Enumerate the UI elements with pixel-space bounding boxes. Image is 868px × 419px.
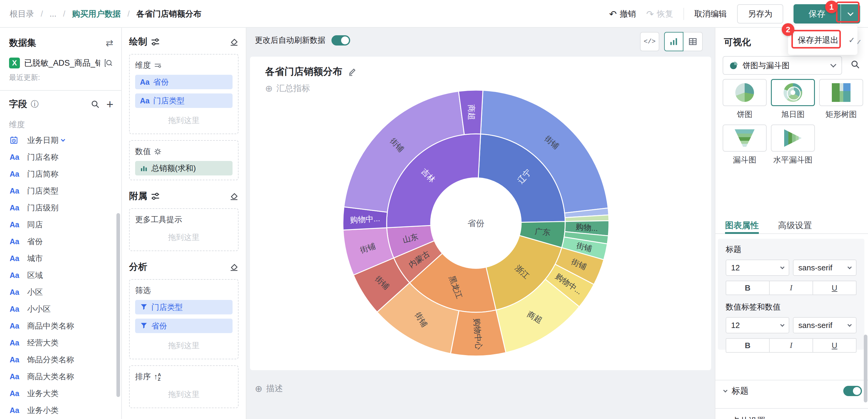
title-collapse-row[interactable]: 标题 bbox=[724, 385, 862, 397]
dimension-pill-省份[interactable]: Aa省份 bbox=[135, 75, 232, 89]
code-view-button[interactable]: </> bbox=[640, 32, 659, 51]
dataset-row[interactable]: X 已脱敏_ADS_商品_销... bbox=[9, 58, 114, 68]
field-label: 城市 bbox=[27, 253, 43, 264]
add-description-button[interactable]: ⊕ 描述 bbox=[255, 383, 283, 394]
field-item-门店类型[interactable]: Aa门店类型 bbox=[0, 182, 121, 199]
pill-label: 门店类型 bbox=[151, 302, 183, 313]
cancel-edit-label: 取消编辑 bbox=[694, 8, 727, 19]
sunburst-center-label: 省份 bbox=[467, 219, 484, 228]
tooltip-drop-zone[interactable]: 更多工具提示 拖到这里 bbox=[129, 208, 239, 251]
text-field-icon: Aa bbox=[10, 406, 22, 415]
save-as-button[interactable]: 另存为 bbox=[737, 4, 783, 24]
italic-button[interactable]: I bbox=[770, 338, 813, 353]
bold-button[interactable]: B bbox=[726, 281, 770, 295]
breadcrumb-ellipsis[interactable]: ... bbox=[50, 9, 57, 19]
field-item-门店级别[interactable]: Aa门店级别 bbox=[0, 199, 121, 216]
bold-button[interactable]: B bbox=[726, 338, 770, 353]
table-view-button[interactable] bbox=[683, 32, 703, 51]
field-item-经营大类[interactable]: Aa经营大类 bbox=[0, 334, 121, 351]
dimension-pill-门店类型[interactable]: Aa门店类型 bbox=[135, 93, 232, 108]
description-label: 描述 bbox=[266, 383, 283, 394]
save-and-exit-item[interactable]: 保存并退出 bbox=[798, 35, 838, 45]
field-label: 同店 bbox=[27, 220, 43, 230]
undo-button[interactable]: ↶ 撤销 bbox=[609, 8, 636, 19]
field-item-门店名称[interactable]: Aa门店名称 bbox=[0, 149, 121, 165]
field-item-省份[interactable]: Aa省份 bbox=[0, 233, 121, 250]
rightbar-scrollbar[interactable] bbox=[864, 334, 867, 402]
cancel-edit-button[interactable]: 取消编辑 bbox=[694, 8, 727, 19]
chart-category-select[interactable]: 饼图与漏斗图 bbox=[723, 56, 842, 75]
chart-view-button[interactable] bbox=[664, 32, 683, 51]
text-field-icon: Aa bbox=[10, 355, 22, 364]
search-chart-icon[interactable] bbox=[850, 60, 860, 69]
sort-drop-zone[interactable]: 排序 ↑ AZ 拖到这里 bbox=[129, 365, 239, 408]
chart-type-sunburst[interactable]: 旭日图 bbox=[771, 79, 815, 120]
treemap-mini-icon[interactable] bbox=[819, 79, 863, 106]
tab-高级设置[interactable]: 高级设置 bbox=[778, 217, 812, 234]
save-dropdown-button[interactable] bbox=[841, 4, 860, 24]
preview-dataset-icon[interactable] bbox=[104, 59, 114, 67]
sunburst-mini-icon[interactable] bbox=[771, 79, 815, 106]
field-item-同店[interactable]: Aa同店 bbox=[0, 216, 121, 233]
field-item-业务小类[interactable]: Aa业务小类 bbox=[0, 402, 121, 419]
filter-pill-门店类型[interactable]: 门店类型 bbox=[135, 300, 232, 314]
dimension-drop-zone[interactable]: 维度 Aa省份Aa门店类型 拖到这里 bbox=[129, 54, 239, 134]
title-visibility-toggle[interactable] bbox=[843, 386, 862, 396]
title-font-size-select[interactable]: 12 bbox=[726, 260, 789, 276]
tab-图表属性[interactable]: 图表属性 bbox=[725, 217, 759, 234]
gear-icon[interactable] bbox=[154, 148, 162, 156]
clear-analysis-icon[interactable] bbox=[229, 263, 239, 271]
title-font-family-select[interactable]: sans-serif bbox=[793, 260, 857, 276]
breadcrumb-parent[interactable]: 购买用户数据 bbox=[72, 8, 121, 19]
add-summary-button[interactable]: ⊕ 汇总指标 bbox=[265, 83, 310, 94]
italic-button[interactable]: I bbox=[770, 281, 813, 295]
chart-type-funnel[interactable]: 漏斗图 bbox=[723, 125, 767, 165]
field-item-城市[interactable]: Aa城市 bbox=[0, 250, 121, 267]
search-fields-icon[interactable] bbox=[91, 100, 100, 109]
chevron-down-icon bbox=[847, 10, 854, 16]
circle-plus-icon: ⊕ bbox=[255, 383, 262, 394]
field-item-商品大类名称[interactable]: Aa商品大类名称 bbox=[0, 368, 121, 385]
field-label: 经营大类 bbox=[27, 337, 59, 348]
value-pill[interactable]: 总销额(求和) bbox=[135, 161, 232, 175]
panel-divider bbox=[715, 408, 868, 409]
dimension-pills: Aa省份Aa门店类型 bbox=[135, 75, 232, 108]
field-item-门店简称[interactable]: Aa门店简称 bbox=[0, 165, 121, 182]
label-font-size-select[interactable]: 12 bbox=[726, 317, 789, 333]
sunburst-chart[interactable]: 辽宁广东浙江黑龙江内蒙古山东吉林街铺购物...街铺街铺购物中...商超购物中心街… bbox=[337, 85, 615, 362]
redo-button[interactable]: ↷ 恢复 bbox=[646, 8, 673, 19]
chart-type-treemap[interactable]: 矩形树图 bbox=[819, 79, 863, 120]
breadcrumb-root[interactable]: 根目录 bbox=[10, 8, 34, 19]
field-item-小小区[interactable]: Aa小小区 bbox=[0, 300, 121, 317]
field-item-区域[interactable]: Aa区域 bbox=[0, 267, 121, 284]
field-item-饰品分类名称[interactable]: Aa饰品分类名称 bbox=[0, 351, 121, 368]
value-zone-label: 数值 bbox=[135, 146, 151, 157]
value-drop-zone[interactable]: 数值 总销额(求和) bbox=[129, 140, 239, 180]
field-label: 门店简称 bbox=[27, 169, 59, 180]
filter-pill-省份[interactable]: 省份 bbox=[135, 319, 232, 333]
filter-zone-label: 筛选 bbox=[135, 285, 151, 296]
funnel-mini-icon[interactable] bbox=[723, 125, 767, 152]
filter-drop-zone[interactable]: 筛选 门店类型省份 拖到这里 bbox=[129, 279, 239, 359]
pie-mini-icon[interactable] bbox=[723, 79, 767, 106]
info-icon: ⓘ bbox=[31, 99, 39, 109]
add-field-icon[interactable]: + bbox=[106, 100, 114, 109]
field-item-业务大类[interactable]: Aa业务大类 bbox=[0, 385, 121, 402]
clear-annex-icon[interactable] bbox=[229, 192, 239, 201]
auto-refresh-toggle[interactable] bbox=[332, 35, 350, 45]
chart-type-pie[interactable]: 饼图 bbox=[723, 79, 767, 120]
label-font-family-select[interactable]: sans-serif bbox=[793, 317, 857, 333]
hfunnel-mini-icon[interactable] bbox=[771, 125, 815, 152]
chart-type-hfunnel[interactable]: 水平漏斗图 bbox=[771, 125, 815, 165]
switch-dataset-icon[interactable]: ⇄ bbox=[106, 38, 114, 48]
field-item-小区[interactable]: Aa小区 bbox=[0, 284, 121, 300]
card-settings-row[interactable]: 卡片设置 bbox=[724, 415, 766, 419]
clear-draw-icon[interactable] bbox=[229, 37, 239, 46]
sidebar-scrollbar[interactable] bbox=[116, 213, 120, 397]
underline-button[interactable]: U bbox=[813, 338, 857, 353]
chevron-down-icon[interactable] bbox=[61, 137, 65, 142]
field-item-业务日期[interactable]: 业务日期 bbox=[0, 132, 121, 149]
field-item-商品中类名称[interactable]: Aa商品中类名称 bbox=[0, 317, 121, 334]
underline-button[interactable]: U bbox=[813, 281, 857, 295]
edit-title-icon[interactable] bbox=[348, 67, 357, 76]
